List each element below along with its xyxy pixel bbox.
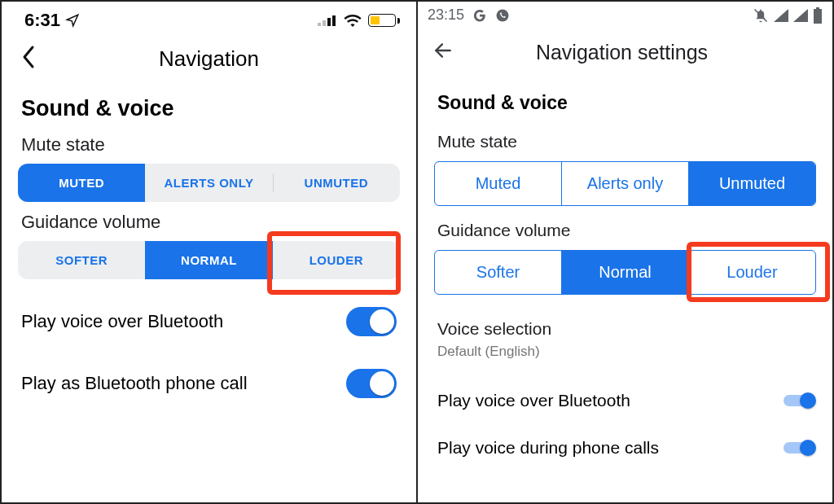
section-heading: Sound & voice: [418, 76, 832, 124]
mute-state-option-muted[interactable]: Muted: [435, 162, 561, 205]
row-label: Play voice over Bluetooth: [21, 311, 223, 332]
page-title: Navigation settings: [426, 41, 818, 64]
ios-status-bar: 6:31: [2, 2, 416, 36]
battery-icon: [813, 7, 823, 24]
svg-rect-1: [323, 20, 326, 26]
row-label: Play voice during phone calls: [437, 438, 659, 458]
mute-state-option-alerts-only[interactable]: ALERTS ONLY: [145, 164, 272, 202]
toggle-play-voice-bluetooth[interactable]: [784, 392, 814, 409]
google-icon: [472, 8, 487, 23]
signal-icon-2: [793, 9, 808, 22]
toggle-play-bt-phone-call[interactable]: [346, 369, 397, 398]
toggle-play-voice-during-calls[interactable]: [784, 440, 814, 456]
guidance-volume-segmented: Softer Normal Louder: [434, 250, 816, 295]
row-play-voice-bluetooth[interactable]: Play voice over Bluetooth: [418, 379, 832, 415]
section-heading: Sound & voice: [2, 81, 416, 129]
cellular-icon: [318, 15, 337, 26]
page-title: Navigation: [159, 46, 259, 72]
mute-state-label: Mute state: [2, 129, 416, 164]
back-button[interactable]: [15, 38, 42, 79]
guidance-option-normal[interactable]: NORMAL: [145, 241, 272, 279]
signal-icon: [774, 9, 788, 22]
guidance-option-softer[interactable]: SOFTER: [18, 241, 145, 279]
mute-state-option-unmuted[interactable]: UNMUTED: [273, 164, 400, 202]
svg-rect-6: [816, 7, 819, 9]
status-time: 6:31: [24, 10, 80, 31]
mute-state-option-unmuted[interactable]: Unmuted: [688, 162, 815, 205]
location-icon: [65, 13, 80, 28]
mute-state-segmented: MUTED ALERTS ONLY UNMUTED: [18, 164, 400, 202]
battery-icon: [368, 14, 400, 27]
row-play-bt-phone-call[interactable]: Play as Bluetooth phone call: [2, 353, 416, 414]
guidance-option-louder[interactable]: LOUDER: [273, 241, 400, 279]
row-label: Play voice over Bluetooth: [437, 391, 630, 410]
phone-icon: [495, 8, 510, 23]
android-status-bar: 23:15: [418, 2, 832, 27]
guidance-volume-label: Guidance volume: [418, 213, 832, 250]
wifi-icon: [344, 14, 362, 27]
guidance-volume-segmented: SOFTER NORMAL LOUDER: [18, 241, 400, 279]
status-right: [318, 14, 400, 27]
voice-selection-value: Default (English): [418, 344, 832, 371]
svg-rect-7: [814, 9, 822, 24]
do-not-disturb-icon: [753, 7, 769, 24]
mute-state-option-muted[interactable]: MUTED: [18, 164, 145, 202]
status-time-text: 23:15: [428, 7, 464, 24]
toggle-play-voice-bluetooth[interactable]: [346, 307, 397, 336]
mute-state-label: Mute state: [418, 124, 832, 161]
row-label: Play as Bluetooth phone call: [21, 373, 248, 394]
svg-rect-3: [332, 15, 336, 26]
guidance-option-louder[interactable]: Louder: [688, 251, 815, 294]
mute-state-segmented: Muted Alerts only Unmuted: [434, 161, 816, 206]
ios-app-bar: Navigation: [2, 36, 416, 81]
row-play-voice-during-calls[interactable]: Play voice during phone calls: [418, 427, 832, 462]
status-time-text: 6:31: [24, 10, 60, 31]
mute-state-option-alerts-only[interactable]: Alerts only: [561, 162, 688, 205]
android-app-bar: Navigation settings: [418, 27, 832, 76]
svg-point-4: [497, 9, 509, 21]
voice-selection-label[interactable]: Voice selection: [418, 301, 832, 348]
guidance-option-softer[interactable]: Softer: [435, 251, 561, 294]
android-screenshot: 23:15 Navigation settings Sound & voice …: [418, 2, 832, 502]
svg-rect-0: [318, 23, 321, 26]
ios-screenshot: 6:31 Navigat: [2, 2, 416, 502]
svg-rect-2: [327, 18, 331, 26]
row-play-voice-bluetooth[interactable]: Play voice over Bluetooth: [2, 291, 416, 353]
guidance-volume-label: Guidance volume: [2, 207, 416, 241]
guidance-option-normal[interactable]: Normal: [561, 251, 688, 294]
